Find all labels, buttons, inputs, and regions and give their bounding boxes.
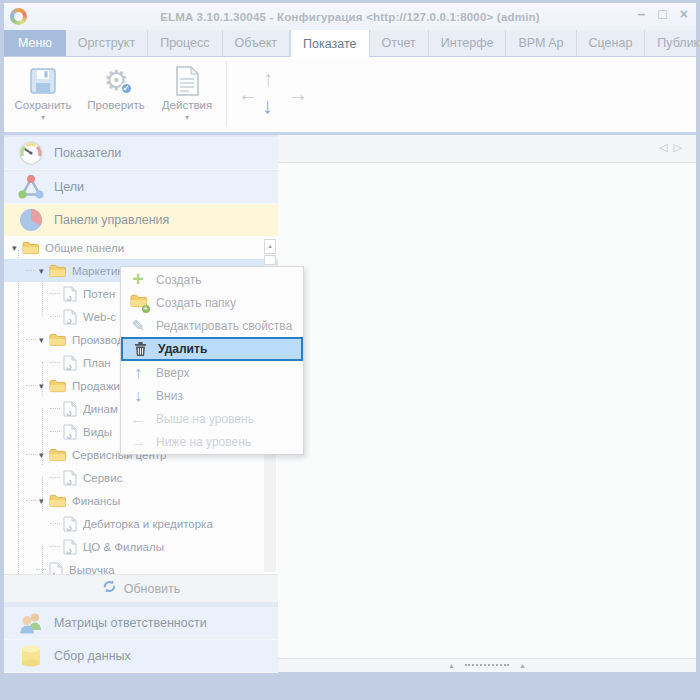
move-down-icon[interactable]: ↓ [262,93,273,119]
splitter-collapse-icon[interactable]: ▲ [519,662,526,669]
splitter-collapse-icon[interactable]: ▲ [448,662,455,669]
menu-item-delete[interactable]: Удалить [121,337,303,361]
tree-row[interactable]: Выручка [4,558,278,574]
tab-interfaces[interactable]: Интерфе [429,30,507,56]
plus-icon: + [128,268,148,291]
menu-item-move-up[interactable]: ↑ Вверх [121,361,303,384]
tree-row-label: План [83,357,111,369]
expand-icon[interactable]: ▾ [12,243,22,253]
move-left-icon[interactable]: ← [238,83,258,106]
check-badge-icon: ✓ [120,82,133,95]
menu-item-edit-properties[interactable]: ✎ Редактировать свойства [121,314,303,337]
document-icon [175,62,200,96]
expand-icon[interactable]: ▾ [39,450,49,460]
folder-icon [49,379,66,393]
trash-icon [130,341,150,357]
tab-bpm-apps[interactable]: BPM Ap [506,30,576,56]
tree-row-label: Виды [83,426,112,438]
expand-icon[interactable]: ▾ [39,335,49,345]
tree-row-label: Общие панели [45,242,124,254]
save-floppy-icon [28,62,58,96]
tree-row-label: Выручка [69,564,115,575]
actions-dropdown-icon[interactable]: ▾ [185,113,189,122]
nav-next-icon[interactable]: ▷ [674,141,688,153]
minimize-button[interactable]: – [638,6,646,22]
down-arrow-icon: ↓ [128,387,148,405]
sidebar-item-label: Матрицы ответственности [54,616,207,630]
check-label: Проверить [87,99,145,111]
nav-prev-icon[interactable]: ◁ [659,141,673,153]
people-icon [16,610,46,636]
move-right-icon[interactable]: → [288,83,308,106]
actions-button[interactable]: Действия ▾ [154,62,220,128]
menu-item-move-down[interactable]: ↓ Вниз [121,384,303,407]
tab-process[interactable]: Процесс [148,30,222,56]
check-button[interactable]: ⚙ ✓ Проверить [83,62,149,128]
content-toolbar-strip: ◁▷ [278,135,696,163]
tree-row[interactable]: ▾ Общие панели [4,236,278,259]
sidebar-item-label: Показатели [54,146,121,160]
folder-icon [49,448,66,462]
sidebar-item-label: Цели [54,180,84,194]
expand-icon[interactable]: ▾ [39,381,49,391]
title-bar: ELMA 3.10.1.30045 - Конфигурация <http:/… [4,3,696,30]
tree-row[interactable]: Дебиторка и кредиторка [4,512,278,535]
panel-page-icon [63,309,77,325]
refresh-label: Обновить [124,582,181,596]
sidebar-item-dashboards[interactable]: Панели управления [4,204,278,237]
tree-row-label: Динам [83,403,118,415]
save-label: Сохранить [14,99,71,111]
tab-object[interactable]: Объект [223,30,291,56]
expand-icon[interactable]: ▾ [39,266,49,276]
folder-icon [49,333,66,347]
sidebar-item-label: Панели управления [54,213,169,227]
sidebar-item-responsibility-matrices[interactable]: Матрицы ответственности [4,607,278,640]
bottom-splitter[interactable]: ▲ ▲ [278,658,696,672]
splitter-drag-handle[interactable] [465,664,509,666]
scroll-up-icon[interactable]: ▲ [264,239,276,254]
menu-item-label: Создать папку [156,296,236,310]
gear-icon: ⚙ ✓ [103,66,128,96]
tab-publication[interactable]: Публикац [645,30,700,56]
panel-page-icon [63,424,77,440]
tab-menu[interactable]: Меню [4,30,66,56]
window-title: ELMA 3.10.1.30045 - Конфигурация <http:/… [4,11,696,23]
revenue-page-icon [49,562,63,575]
tab-report[interactable]: Отчет [370,30,429,56]
expand-icon[interactable]: ▾ [39,496,49,506]
tab-indicators[interactable]: Показате [290,30,369,58]
gauge-icon [16,140,46,166]
sidebar-item-data-collection[interactable]: Сбор данных [4,640,278,673]
panel-page-icon [63,539,77,555]
context-menu: + Создать + Создать папку ✎ Редактироват… [120,266,304,455]
tree-row-label: ЦО & Филиалы [83,541,164,553]
menu-item-label: Ниже на уровень [156,435,251,449]
move-up-icon[interactable]: ↑ [263,67,273,90]
refresh-button[interactable]: Обновить [4,574,278,602]
sidebar-item-indicators[interactable]: Показатели [4,137,278,170]
refresh-icon [102,579,117,598]
menu-item-create[interactable]: + Создать [121,268,303,291]
sidebar-item-goals[interactable]: Цели [4,171,278,204]
menu-item-label: Вверх [156,366,189,380]
database-cylinder-icon [16,643,46,669]
maximize-button[interactable]: □ [658,6,666,22]
tree-row-label: Продажи [72,380,120,392]
content-panel: ◁▷ ▲ ▲ [278,135,696,672]
menu-item-label: Редактировать свойства [156,319,292,333]
menu-item-create-folder[interactable]: + Создать папку [121,291,303,314]
ribbon-separator [226,61,227,127]
tree-scrollbar-thumb[interactable] [264,255,276,265]
tree-row[interactable]: ЦО & Филиалы [4,535,278,558]
close-button[interactable]: × [680,6,688,22]
save-dropdown-icon[interactable]: ▾ [41,113,45,122]
tree-row[interactable]: ▾ Финансы [4,489,278,512]
panel-page-icon [63,355,77,371]
menu-item-label: Вниз [156,389,183,403]
tree-row[interactable]: Сервис [4,466,278,489]
tab-orgstructure[interactable]: Оргструкт [66,30,148,56]
tab-scripts[interactable]: Сценар [577,30,646,56]
save-button[interactable]: Сохранить ▾ [10,62,76,128]
ribbon-tab-bar: Меню Оргструкт Процесс Объект Показате О… [4,30,696,57]
tree-row-label: Производ [72,334,124,346]
